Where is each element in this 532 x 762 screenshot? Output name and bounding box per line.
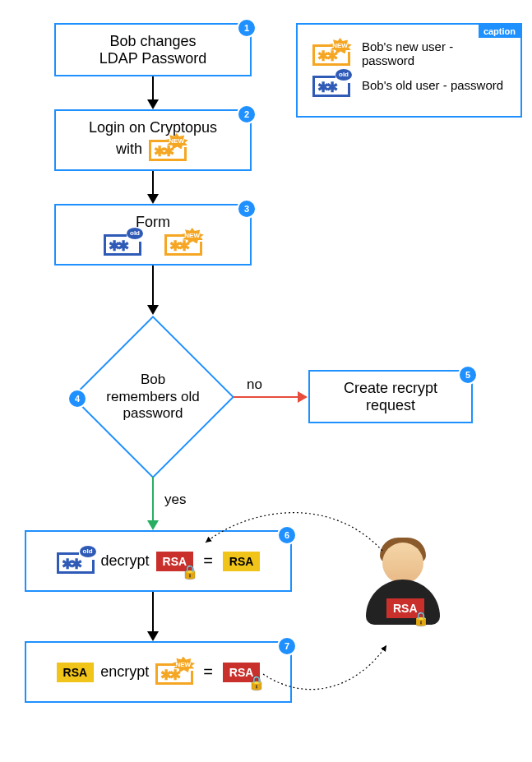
password-old-icon: ✱✱ old — [104, 231, 141, 256]
rsa-plain-chip: RSA — [57, 663, 95, 682]
legend-row-new: ✱✱ NEW Bob's new user - password — [309, 39, 509, 67]
arrow-2-3 — [152, 171, 154, 196]
node-login-cryptopus: 2 Login on Cryptopus with ✱✱ NEW — [54, 109, 252, 171]
node-encrypt: 7 RSA encrypt ✱✱ NEW = RSA 🔒 — [25, 641, 292, 703]
legend-row1-text: Bob's new user - password — [362, 39, 509, 67]
arrow-2-3-head — [147, 194, 159, 204]
node-recrypt-request: 5 Create recryptrequest — [308, 370, 473, 423]
arrow-3-4 — [152, 266, 154, 307]
asterisks: ✱✱ — [154, 143, 172, 160]
equals-sign: = — [203, 663, 213, 681]
node-7-label: encrypt — [100, 663, 149, 681]
node-form: 3 Form ✱✱ old ✱✱ NEW — [54, 204, 252, 266]
node-5-text: Create recryptrequest — [344, 380, 437, 414]
badge-1: 1 — [237, 18, 257, 38]
lock-icon: 🔒 — [248, 675, 265, 690]
legend-tag: caption — [479, 25, 520, 38]
label-yes: yes — [164, 492, 186, 508]
lock-icon: 🔒 — [413, 611, 429, 626]
badge-5: 5 — [458, 365, 478, 385]
node-1-text: Bob changes LDAP Password — [99, 33, 207, 67]
asterisks: ✱✱ — [109, 238, 127, 255]
password-new-icon: ✱✱ NEW — [149, 136, 187, 161]
legend-row2-text: Bob's old user - password — [362, 78, 503, 92]
old-badge: old — [127, 228, 143, 239]
node-2-row: with ✱✱ NEW — [116, 136, 190, 161]
arrow-3-4-head — [147, 305, 159, 315]
password-new-icon: ✱✱ NEW — [155, 660, 193, 685]
badge-2: 2 — [237, 104, 257, 124]
user-avatar: RSA 🔒 — [362, 534, 444, 641]
password-old-icon: ✱✱ old — [57, 549, 95, 574]
node-6-label: decrypt — [101, 552, 150, 570]
arrow-6-7-head — [147, 631, 159, 641]
lock-icon: 🔒 — [182, 564, 198, 580]
asterisks: ✱✱ — [317, 48, 335, 65]
arrow-no-head — [298, 391, 308, 403]
password-new-icon: ✱✱ NEW — [312, 41, 350, 66]
badge-6: 6 — [277, 525, 297, 545]
rsa-locked-chip: RSA 🔒 — [386, 598, 424, 618]
node-decrypt: 6 ✱✱ old decrypt RSA 🔒 = RSA — [25, 530, 292, 592]
avatar-head — [382, 543, 423, 584]
node-2-text-line1: Login on Cryptopus — [89, 119, 217, 136]
badge-3: 3 — [237, 199, 257, 219]
rsa-plain-chip: RSA — [223, 552, 261, 571]
node-2-with: with — [116, 141, 142, 158]
node-3-text: Form — [136, 214, 170, 231]
node-7-row: RSA encrypt ✱✱ NEW = RSA 🔒 — [53, 660, 264, 685]
node-3-row: ✱✱ old ✱✱ NEW — [100, 231, 206, 256]
asterisks: ✱✱ — [317, 79, 335, 96]
node-6-row: ✱✱ old decrypt RSA 🔒 = RSA — [53, 549, 264, 574]
old-badge: old — [80, 546, 96, 557]
node-change-ldap: 1 Bob changes LDAP Password — [54, 23, 252, 76]
legend: caption ✱✱ NEW Bob's new user - password… — [296, 23, 522, 118]
arrow-no — [234, 396, 299, 398]
password-old-icon: ✱✱ old — [312, 72, 350, 97]
badge-4: 4 — [67, 389, 87, 409]
arrow-yes-head — [147, 520, 159, 530]
rsa-locked-chip: RSA 🔒 — [223, 663, 261, 682]
node-4-text: Bobremembers oldpassword — [72, 316, 234, 478]
equals-sign: = — [203, 552, 213, 570]
node-decision: Bobremembers oldpassword 4 — [72, 316, 234, 478]
badge-7: 7 — [277, 636, 297, 656]
asterisks: ✱✱ — [62, 556, 80, 573]
password-new-icon: ✱✱ NEW — [164, 231, 202, 256]
arrow-yes — [152, 477, 154, 522]
legend-row-old: ✱✱ old Bob's old user - password — [309, 72, 509, 97]
asterisks: ✱✱ — [169, 238, 187, 255]
asterisks: ✱✱ — [160, 667, 178, 684]
arrow-1-2-head — [147, 99, 159, 109]
arrow-1-2 — [152, 76, 154, 101]
rsa-locked-chip: RSA 🔒 — [156, 552, 194, 571]
label-no: no — [247, 376, 262, 393]
arrow-6-7 — [152, 592, 154, 633]
old-badge: old — [335, 69, 352, 81]
